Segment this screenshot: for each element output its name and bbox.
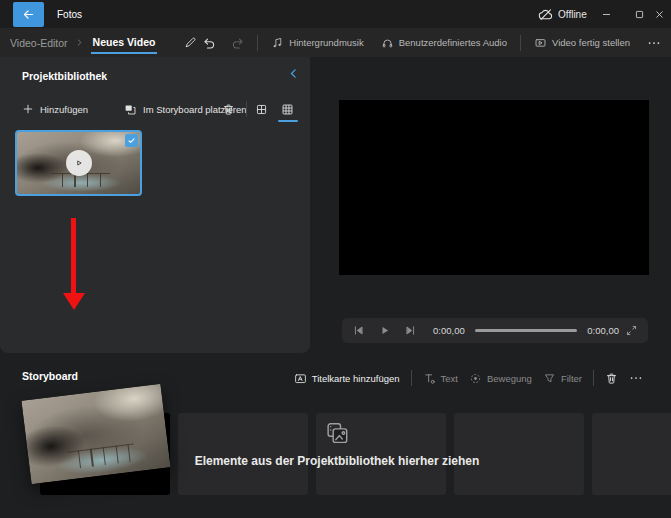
delete-clip-button[interactable] [605, 372, 618, 385]
plus-icon [22, 103, 34, 115]
annotation-arrow-line [71, 218, 76, 294]
back-button[interactable] [13, 2, 44, 27]
storyboard-slot-empty[interactable] [592, 413, 671, 495]
headphones-icon [381, 36, 394, 49]
text-label: Text [441, 373, 458, 384]
delete-from-library-button[interactable] [222, 96, 235, 122]
toolbar-separator [520, 35, 521, 51]
minimize-button[interactable] [591, 0, 621, 28]
project-library-title: Projektbibliothek [22, 70, 107, 82]
title-bar: Fotos Offline [0, 0, 671, 28]
storyboard-toolbar-separator [593, 370, 594, 386]
storyboard-title: Storyboard [22, 370, 78, 382]
storyboard-toolbar-separator [411, 370, 412, 386]
elapsed-time: 0:00,00 [433, 325, 465, 336]
minimize-icon [601, 9, 612, 20]
small-grid-view-button[interactable] [281, 96, 294, 122]
grid-3x3-icon [281, 103, 294, 116]
storyboard-more-options-button[interactable] [629, 371, 643, 385]
toolbar-actions: Hintergrundmusik Benutzerdefiniertes Aud… [199, 28, 665, 57]
collapse-panel-chevron-icon[interactable] [287, 67, 300, 80]
dragged-clip-walkway [67, 444, 136, 470]
cloud-offline-icon [538, 7, 553, 22]
annotation-arrow-head [63, 293, 85, 310]
breadcrumb-video-editor[interactable]: Video-Editor [10, 37, 68, 49]
close-button[interactable] [648, 0, 671, 28]
export-video-icon [534, 36, 547, 49]
project-library-panel: Projektbibliothek Hinzufügen Im Storyboa… [0, 57, 310, 353]
toolbar-separator [257, 35, 258, 51]
fullscreen-expand-icon[interactable] [625, 324, 638, 337]
breadcrumb: Video-Editor Neues Video [10, 28, 197, 57]
playback-bar: 0:00,00 0:00,00 [342, 318, 648, 343]
filter-funnel-icon [543, 372, 556, 385]
offline-label: Offline [558, 9, 587, 20]
library-toolbar: Hinzufügen Im Storyboard platzieren [0, 96, 310, 122]
rename-pencil-icon[interactable] [184, 36, 197, 49]
background-music-button[interactable]: Hintergrundmusik [267, 33, 367, 52]
grid-2x2-icon [255, 103, 268, 116]
project-name-tab[interactable]: Neues Video [91, 31, 158, 54]
large-grid-view-button[interactable] [255, 96, 268, 122]
offline-status: Offline [538, 0, 587, 28]
custom-audio-label: Benutzerdefiniertes Audio [399, 37, 507, 48]
filter-button[interactable]: Filter [543, 372, 582, 385]
finish-video-label: Video fertig stellen [552, 37, 630, 48]
storyboard-hint-text: Elemente aus der Projektbibliothek hierh… [195, 454, 480, 468]
add-media-label: Hinzufügen [40, 104, 88, 115]
text-button[interactable]: Text [423, 372, 458, 385]
editor-toolbar: Video-Editor Neues Video Hintergrundmusi… [0, 28, 671, 57]
undo-button[interactable] [199, 36, 219, 50]
app-title: Fotos [57, 0, 82, 28]
add-media-button[interactable]: Hinzufügen [22, 96, 88, 122]
chevron-right-icon [75, 38, 84, 47]
filter-label: Filter [561, 373, 582, 384]
previous-frame-button[interactable] [352, 324, 365, 337]
custom-audio-button[interactable]: Benutzerdefiniertes Audio [377, 33, 511, 52]
add-title-card-button[interactable]: Titelkarte hinzufügen [294, 372, 400, 385]
close-icon [654, 9, 665, 20]
finish-video-button[interactable]: Video fertig stellen [530, 33, 634, 52]
background-music-label: Hintergrundmusik [289, 37, 363, 48]
add-title-card-label: Titelkarte hinzufügen [312, 373, 400, 384]
total-duration: 0:00,00 [587, 325, 619, 336]
video-play-badge-icon [66, 150, 92, 176]
storyboard-toolbar: Titelkarte hinzufügen Text Bewegung Filt… [294, 366, 643, 390]
selected-view-underline [278, 120, 298, 122]
motion-label: Bewegung [487, 373, 532, 384]
music-note-icon [271, 36, 284, 49]
library-toolbar-separator [246, 101, 247, 117]
media-stack-icon [324, 421, 351, 448]
photos-video-editor-window: Fotos Offline Video-Editor [0, 0, 671, 518]
back-arrow-icon [22, 8, 35, 21]
seek-slider[interactable] [475, 329, 578, 332]
title-card-icon [294, 372, 307, 385]
storyboard-dragged-clip[interactable] [21, 384, 170, 484]
more-options-button[interactable] [643, 36, 665, 50]
trash-icon [222, 103, 235, 116]
motion-button[interactable]: Bewegung [469, 372, 532, 385]
maximize-icon [634, 9, 645, 20]
place-in-storyboard-icon [124, 103, 137, 116]
redo-button[interactable] [228, 36, 248, 50]
library-clip-thumbnail[interactable] [15, 130, 142, 196]
storyboard-empty-hint: Elemente aus der Projektbibliothek hierh… [195, 421, 480, 468]
next-frame-button[interactable] [404, 324, 417, 337]
text-tool-icon [423, 372, 436, 385]
clip-selected-checkbox[interactable] [125, 134, 138, 147]
motion-icon [469, 372, 482, 385]
video-preview [339, 100, 649, 275]
play-button[interactable] [378, 324, 391, 337]
